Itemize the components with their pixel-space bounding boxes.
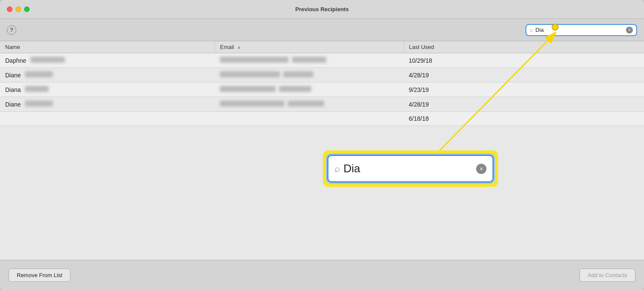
table-header-row: Name Email ∧ Last Used: [0, 41, 644, 53]
cell-last-used: 4/28/19: [404, 68, 644, 82]
blurred-name: [25, 101, 53, 107]
blurred-name: [30, 57, 65, 63]
blurred-email-2: [279, 86, 311, 92]
cell-email: [215, 53, 404, 68]
col-header-last-used[interactable]: Last Used: [404, 41, 644, 53]
blurred-email-1: [220, 101, 284, 107]
title-bar: Previous Recipients: [0, 0, 644, 19]
toolbar: ? ⌕ ×: [0, 19, 644, 41]
col-header-name[interactable]: Name: [0, 41, 215, 53]
blurred-email-1: [220, 57, 289, 63]
cell-last-used: 10/29/18: [404, 53, 644, 68]
blurred-email-2: [292, 57, 326, 63]
help-button[interactable]: ?: [7, 25, 16, 35]
cell-name: Diane: [0, 68, 215, 82]
table-row[interactable]: Daphne 10/29/18: [0, 53, 644, 68]
search-input[interactable]: [535, 27, 624, 33]
maximize-button[interactable]: [24, 6, 30, 12]
table-row[interactable]: Diana 9/23/19: [0, 82, 644, 97]
search-box[interactable]: ⌕ ×: [526, 24, 637, 36]
cell-name: [0, 112, 215, 126]
minimize-button[interactable]: [15, 6, 21, 12]
recipients-table-container: Name Email ∧ Last Used Daphne: [0, 41, 644, 260]
email-sort-arrow: ∧: [237, 45, 240, 50]
cell-last-used: 4/28/19: [404, 97, 644, 112]
window-title: Previous Recipients: [295, 6, 349, 12]
blurred-email-1: [220, 86, 276, 92]
footer: Remove From List Add to Contacts: [0, 260, 644, 290]
blurred-email-2: [283, 71, 313, 77]
cell-email: [215, 68, 404, 82]
main-window: Previous Recipients ? ⌕ × Name Email ∧: [0, 0, 644, 290]
cell-last-used: 6/18/18: [404, 112, 644, 126]
cell-email: [215, 82, 404, 97]
search-clear-icon[interactable]: ×: [626, 27, 633, 34]
blurred-email-1: [220, 71, 280, 77]
search-icon: ⌕: [530, 27, 533, 33]
cell-email: [215, 97, 404, 112]
blurred-email-2: [288, 101, 324, 107]
cell-name: Daphne: [0, 53, 215, 68]
add-to-contacts-button[interactable]: Add to Contacts: [580, 269, 636, 282]
close-button[interactable]: [7, 6, 12, 12]
traffic-lights: [7, 6, 30, 12]
cell-email: [215, 112, 404, 126]
blurred-name: [25, 71, 53, 77]
blurred-name: [25, 86, 49, 92]
cell-name: Diane: [0, 97, 215, 112]
table-row[interactable]: Diane 4/28/19: [0, 68, 644, 82]
table-row[interactable]: Diane 4/28/19: [0, 97, 644, 112]
recipients-table: Name Email ∧ Last Used Daphne: [0, 41, 644, 126]
col-header-email[interactable]: Email ∧: [215, 41, 404, 53]
table-row[interactable]: 6/18/18: [0, 112, 644, 126]
cell-last-used: 9/23/19: [404, 82, 644, 97]
remove-from-list-button[interactable]: Remove From List: [9, 269, 70, 282]
cell-name: Diana: [0, 82, 215, 97]
